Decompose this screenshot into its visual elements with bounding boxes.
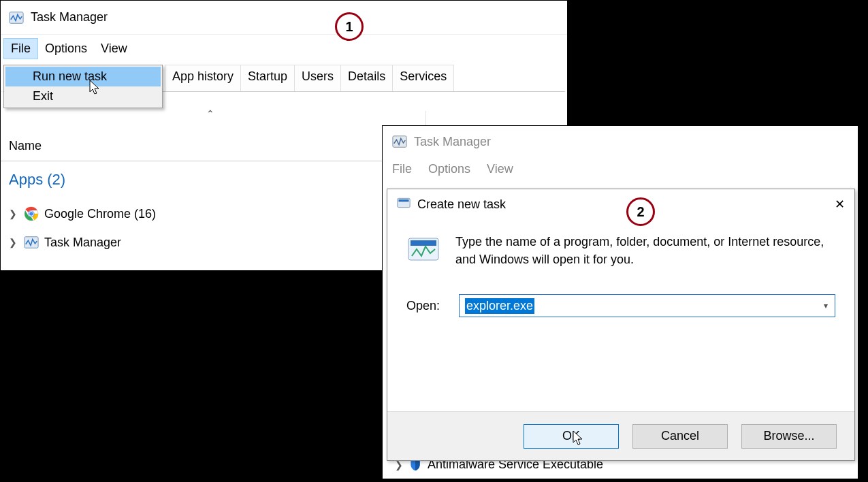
menubar: File Options View	[1, 35, 567, 62]
column-name[interactable]: Name	[9, 139, 42, 153]
run-icon	[406, 233, 440, 267]
expand-caret-icon[interactable]: ❯	[9, 237, 18, 248]
tab-users[interactable]: Users	[294, 65, 341, 91]
tab-details[interactable]: Details	[340, 65, 393, 91]
chrome-icon	[24, 206, 39, 221]
run-small-icon	[397, 196, 411, 213]
process-name: Google Chrome (16)	[44, 207, 156, 221]
apps-section: Apps (2) ❯ Google Chrome (16) ❯ Task Man…	[9, 171, 156, 257]
menu-item-run-new-task[interactable]: Run new task	[5, 67, 161, 86]
dialog-footer: OK Cancel Browse...	[387, 411, 854, 460]
menu-file[interactable]: File	[384, 161, 420, 178]
svg-rect-10	[411, 240, 436, 246]
menu-item-exit[interactable]: Exit	[5, 86, 161, 106]
window-title: Task Manager	[31, 10, 108, 25]
step-badge-2: 2	[626, 197, 655, 226]
apps-group-header[interactable]: Apps (2)	[9, 171, 156, 189]
titlebar: Task Manager	[1, 1, 567, 35]
menu-view[interactable]: View	[94, 39, 134, 59]
task-manager-icon	[392, 134, 407, 149]
cancel-button[interactable]: Cancel	[632, 424, 728, 449]
step-badge-1: 1	[335, 12, 364, 41]
menu-view[interactable]: View	[479, 161, 521, 178]
process-name: Task Manager	[44, 236, 121, 250]
create-new-task-dialog: Create new task ✕ Type the name of a pro…	[387, 189, 855, 461]
menu-file[interactable]: File	[3, 38, 38, 59]
menu-options[interactable]: Options	[420, 161, 479, 178]
open-label: Open:	[406, 299, 440, 313]
svg-point-4	[29, 212, 33, 216]
open-combobox[interactable]: explorer.exe ▾	[459, 294, 835, 317]
window-title: Task Manager	[414, 135, 491, 149]
sort-arrow-icon: ⌃	[206, 108, 214, 119]
titlebar: Task Manager	[383, 126, 858, 157]
menu-options[interactable]: Options	[38, 39, 94, 59]
task-manager-icon	[9, 10, 24, 25]
tab-app-history[interactable]: App history	[165, 65, 241, 91]
dialog-title: Create new task	[411, 197, 835, 212]
dialog-titlebar: Create new task ✕	[387, 189, 854, 219]
ok-button[interactable]: OK	[524, 424, 619, 449]
process-row-taskmgr[interactable]: ❯ Task Manager	[9, 228, 156, 257]
close-button[interactable]: ✕	[835, 197, 845, 212]
tab-startup[interactable]: Startup	[240, 65, 295, 91]
expand-caret-icon[interactable]: ❯	[9, 208, 18, 219]
open-input-value: explorer.exe	[465, 298, 534, 314]
dialog-description: Type the name of a program, folder, docu…	[455, 233, 835, 268]
file-menu-dropdown: Run new task Exit	[3, 65, 163, 108]
svg-rect-8	[399, 199, 409, 202]
task-manager-icon	[24, 235, 39, 250]
chevron-down-icon[interactable]: ▾	[824, 301, 828, 310]
task-manager-window-step2: Task Manager File Options View ❯ Antimal…	[382, 125, 858, 479]
tab-services[interactable]: Services	[392, 65, 454, 91]
menubar: File Options View	[383, 157, 858, 180]
process-row-chrome[interactable]: ❯ Google Chrome (16)	[9, 199, 156, 228]
browse-button[interactable]: Browse...	[741, 424, 837, 449]
